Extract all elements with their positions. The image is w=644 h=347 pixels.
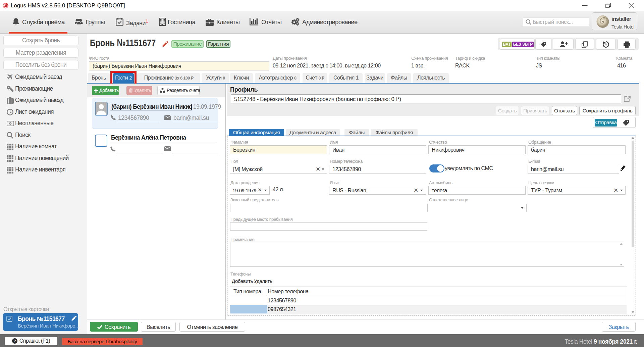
svg-text:?: ? (13, 339, 16, 343)
